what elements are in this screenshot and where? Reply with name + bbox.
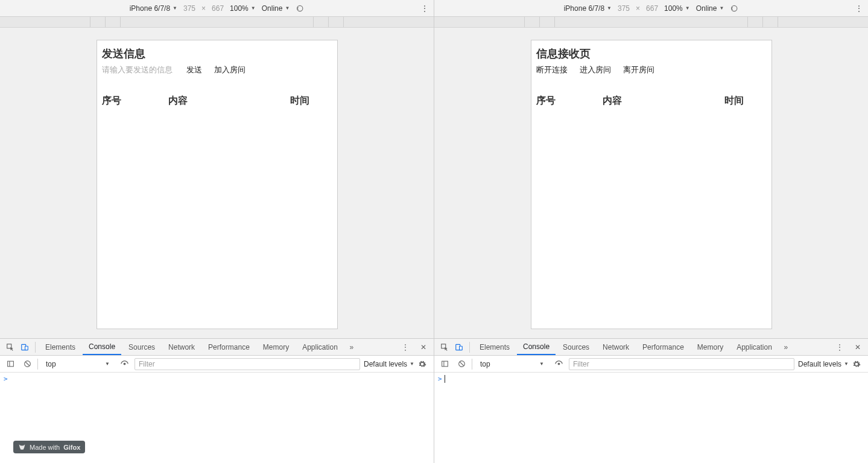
viewport-width[interactable]: 375 xyxy=(183,4,195,13)
close-icon[interactable]: ✕ xyxy=(851,341,864,354)
kebab-menu-icon[interactable]: ⋮ xyxy=(420,4,429,13)
message-input[interactable]: 请输入要发送的信息 xyxy=(102,65,174,75)
device-toolbar: iPhone 6/7/8 ▼ 375 × 667 100% ▼ Online ▼ xyxy=(434,0,868,17)
enter-room-button[interactable]: 进入房间 xyxy=(580,65,611,75)
console-body[interactable]: > xyxy=(434,373,868,463)
table-header: 序号 内容 时间 xyxy=(101,95,334,107)
th-time: 时间 xyxy=(290,95,332,107)
svg-point-13 xyxy=(557,363,560,365)
live-expression-icon[interactable] xyxy=(118,357,131,371)
zoom-select[interactable]: 100% ▼ xyxy=(230,4,256,13)
phone-frame: 信息接收页 断开连接 进入房间 离开房间 序号 内容 时间 xyxy=(531,40,772,329)
kebab-menu-icon[interactable]: ⋮ xyxy=(399,341,412,354)
device-viewport: 信息接收页 断开连接 进入房间 离开房间 序号 内容 时间 xyxy=(434,28,868,338)
chevron-down-icon: ▼ xyxy=(285,5,290,11)
tab-network[interactable]: Network xyxy=(162,339,201,355)
viewport-width[interactable]: 375 xyxy=(618,4,630,13)
tab-elements[interactable]: Elements xyxy=(474,339,516,355)
gear-icon[interactable] xyxy=(418,360,430,368)
log-levels-select[interactable]: Default levels ▼ xyxy=(798,360,849,368)
tab-memory[interactable]: Memory xyxy=(691,339,729,355)
throttling-select[interactable]: Online ▼ xyxy=(696,4,724,13)
inspect-element-icon[interactable] xyxy=(4,341,17,354)
th-time: 时间 xyxy=(724,95,767,107)
levels-label: Default levels xyxy=(364,360,407,368)
throttling-select[interactable]: Online ▼ xyxy=(262,4,290,13)
toggle-device-icon[interactable] xyxy=(452,341,466,354)
leave-room-button[interactable]: 离开房间 xyxy=(623,65,654,75)
tab-application[interactable]: Application xyxy=(730,339,778,355)
more-tabs-icon[interactable]: » xyxy=(345,341,358,354)
viewport-height[interactable]: 667 xyxy=(212,4,224,13)
kebab-menu-icon[interactable]: ⋮ xyxy=(855,4,863,13)
context-select[interactable]: top ▼ xyxy=(476,358,548,370)
join-room-button[interactable]: 加入房间 xyxy=(214,65,246,75)
chevron-down-icon: ▼ xyxy=(844,361,849,367)
chevron-down-icon: ▼ xyxy=(719,5,724,11)
devtools-tabs: Elements Console Sources Network Perform… xyxy=(434,339,868,356)
device-select[interactable]: iPhone 6/7/8 ▼ xyxy=(130,4,177,13)
filter-input[interactable] xyxy=(135,358,360,370)
console-prompt: > xyxy=(438,375,442,383)
zoom-select[interactable]: 100% ▼ xyxy=(664,4,690,13)
tab-performance[interactable]: Performance xyxy=(202,339,256,355)
tab-console[interactable]: Console xyxy=(517,339,556,355)
chevron-down-icon: ▼ xyxy=(410,361,414,367)
chevron-down-icon: ▼ xyxy=(539,361,544,367)
send-button[interactable]: 发送 xyxy=(186,65,202,75)
throttling-label: Online xyxy=(696,4,717,13)
console-toolbar: top ▼ Default levels ▼ xyxy=(0,356,434,373)
clear-console-icon[interactable] xyxy=(21,357,34,371)
disconnect-button[interactable]: 断开连接 xyxy=(536,65,568,75)
console-sidebar-icon[interactable] xyxy=(438,357,451,371)
tab-elements[interactable]: Elements xyxy=(39,339,81,355)
tab-sources[interactable]: Sources xyxy=(122,339,161,355)
tab-performance[interactable]: Performance xyxy=(636,339,690,355)
inspect-element-icon[interactable] xyxy=(438,341,451,354)
page-title: 发送信息 xyxy=(102,46,334,61)
tab-memory[interactable]: Memory xyxy=(257,339,295,355)
kebab-menu-icon[interactable]: ⋮ xyxy=(833,341,846,354)
rotate-icon[interactable] xyxy=(296,4,304,13)
filter-input[interactable] xyxy=(569,358,794,370)
rotate-icon[interactable] xyxy=(730,4,738,13)
zoom-label: 100% xyxy=(664,4,683,13)
devtools-tabs: Elements Console Sources Network Perform… xyxy=(0,339,434,356)
th-index: 序号 xyxy=(102,95,168,107)
log-levels-select[interactable]: Default levels ▼ xyxy=(364,360,414,368)
clear-console-icon[interactable] xyxy=(455,357,468,371)
dimension-x: × xyxy=(201,4,206,13)
svg-rect-3 xyxy=(25,346,28,350)
phone-frame: 发送信息 请输入要发送的信息 发送 加入房间 序号 内容 时间 xyxy=(97,40,338,329)
table-header: 序号 内容 时间 xyxy=(535,95,768,107)
badge-prefix: Made with xyxy=(30,444,60,451)
tab-application[interactable]: Application xyxy=(296,339,344,355)
device-select[interactable]: iPhone 6/7/8 ▼ xyxy=(564,4,612,13)
device-ruler xyxy=(0,17,434,28)
svg-rect-4 xyxy=(7,361,13,367)
gifox-badge[interactable]: Made with Gifox xyxy=(13,441,85,453)
th-content: 内容 xyxy=(603,95,724,107)
console-sidebar-icon[interactable] xyxy=(4,357,17,371)
chevron-down-icon: ▼ xyxy=(607,5,612,11)
close-icon[interactable]: ✕ xyxy=(417,341,430,354)
viewport-height[interactable]: 667 xyxy=(646,4,658,13)
context-label: top xyxy=(46,360,56,368)
context-label: top xyxy=(480,360,490,368)
devtools: Elements Console Sources Network Perform… xyxy=(434,338,868,463)
levels-label: Default levels xyxy=(798,360,841,368)
dimension-x: × xyxy=(636,4,640,13)
toggle-device-icon[interactable] xyxy=(18,341,31,354)
tab-sources[interactable]: Sources xyxy=(557,339,595,355)
chevron-down-icon: ▼ xyxy=(105,361,110,367)
tab-console[interactable]: Console xyxy=(83,339,121,355)
page-title: 信息接收页 xyxy=(536,46,768,61)
tab-network[interactable]: Network xyxy=(597,339,635,355)
console-prompt: > xyxy=(4,375,8,383)
live-expression-icon[interactable] xyxy=(552,357,565,371)
gear-icon[interactable] xyxy=(852,360,864,368)
console-toolbar: top ▼ Default levels ▼ xyxy=(434,356,868,373)
more-tabs-icon[interactable]: » xyxy=(779,341,793,354)
context-select[interactable]: top ▼ xyxy=(42,358,114,370)
zoom-label: 100% xyxy=(230,4,249,13)
